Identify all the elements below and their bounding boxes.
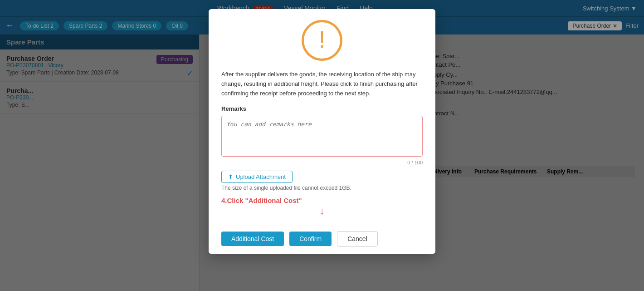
cancel-button[interactable]: Cancel [337, 231, 378, 247]
upload-section: ⬆ Upload Attachment The size of a single… [221, 171, 423, 191]
modal-message-text: After the supplier delivers the goods, t… [221, 70, 423, 98]
modal-footer: Additional Cost Confirm Cancel [209, 226, 435, 254]
confirm-button[interactable]: Confirm [289, 232, 332, 246]
char-count: 0 / 100 [221, 160, 423, 165]
modal-dialog: ! After the supplier delivers the goods,… [209, 9, 435, 254]
warning-circle: ! [302, 20, 342, 61]
additional-cost-button[interactable]: Additional Cost [221, 232, 284, 246]
upload-attachment-button[interactable]: ⬆ Upload Attachment [221, 171, 293, 183]
click-hint-text: 4.Click "Additional Cost" [221, 197, 423, 204]
warning-exclamation-icon: ! [319, 28, 325, 51]
modal-body: ! After the supplier delivers the goods,… [209, 9, 435, 226]
modal-overlay: ! After the supplier delivers the goods,… [0, 0, 644, 291]
modal-icon-area: ! [221, 20, 423, 61]
upload-icon: ⬆ [228, 173, 233, 180]
remarks-label: Remarks [221, 105, 423, 112]
upload-note: The size of a single uploaded file canno… [221, 185, 423, 191]
remarks-input[interactable] [221, 116, 423, 157]
arrow-down-icon: ↓ [221, 206, 423, 217]
